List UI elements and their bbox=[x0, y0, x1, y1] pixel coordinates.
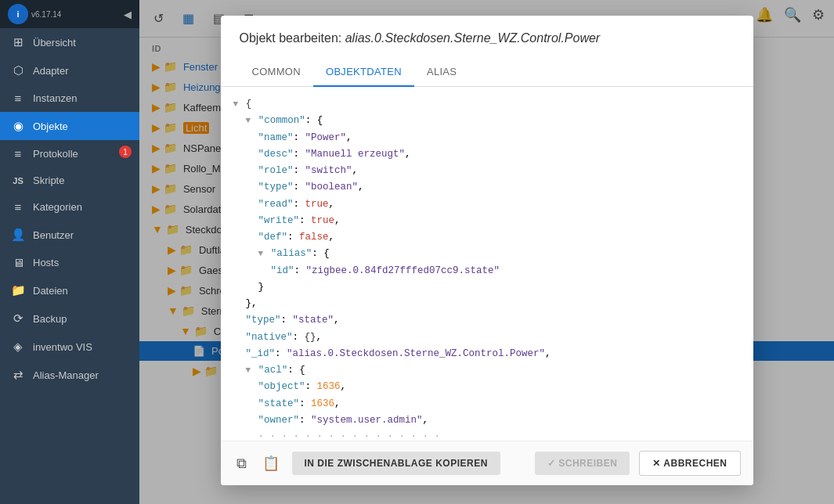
collapse-alias[interactable]: ▼ bbox=[258, 249, 264, 258]
json-acl-owner-line: "owner": "system.user.admin", bbox=[258, 412, 741, 429]
sidebar-label-adapter: Adapter bbox=[33, 65, 69, 77]
sidebar-label-uebersicht: Übersicht bbox=[33, 37, 76, 49]
sidebar-item-hosts[interactable]: 🖥 Hosts bbox=[0, 249, 139, 276]
copy-icon-button[interactable]: ⧉ bbox=[233, 452, 250, 475]
json-alias-id-line: "id": "zigbee.0.84fd27fffed07cc9.state" bbox=[271, 263, 741, 279]
json-viewer[interactable]: ▼ { ▼ "common": { "name": "Power", "desc… bbox=[221, 87, 753, 441]
json-alias-inner: "id": "zigbee.0.84fd27fffed07cc9.state" bbox=[271, 263, 741, 279]
sidebar-label-kategorien: Kategorien bbox=[33, 201, 82, 213]
json-native-line: "native": {}, bbox=[246, 329, 741, 346]
collapse-root[interactable]: ▼ bbox=[233, 99, 239, 109]
json-line-common: ▼ "common": { bbox=[246, 113, 741, 129]
benutzer-icon: 👤 bbox=[11, 228, 25, 242]
sidebar-label-inventwo: inventwo VIS bbox=[33, 341, 92, 353]
modal-title-prefix: Objekt bearbeiten: bbox=[240, 31, 342, 45]
json-common-close: }, bbox=[246, 296, 741, 312]
kategorien-icon: ≡ bbox=[11, 200, 25, 214]
hosts-icon: 🖥 bbox=[11, 256, 25, 269]
json-common-inner: "name": "Power", "desc": "Manuell erzeug… bbox=[258, 130, 741, 297]
json-def-line: "def": false, bbox=[258, 229, 741, 246]
json-name-line: "name": "Power", bbox=[258, 130, 741, 146]
sidebar: i v6.17.14 ◀ ⊞ Übersicht ⬡ Adapter ≡ Ins… bbox=[0, 0, 139, 504]
alias-icon: ⇄ bbox=[11, 368, 25, 382]
sidebar-label-alias: Alias-Manager bbox=[33, 369, 99, 381]
sidebar-label-backup: Backup bbox=[33, 313, 67, 325]
modal-overlay: Objekt bearbeiten: alias.0.Steckdosen.St… bbox=[139, 0, 834, 504]
dateien-icon: 📁 bbox=[11, 283, 25, 297]
sidebar-label-protokolle: Protokolle bbox=[33, 148, 78, 160]
adapter-icon: ⬡ bbox=[11, 63, 25, 77]
sidebar-label-dateien: Dateien bbox=[33, 285, 68, 297]
app-logo: i bbox=[8, 4, 28, 24]
sidebar-label-benutzer: Benutzer bbox=[33, 229, 74, 241]
sidebar-label-instanzen: Instanzen bbox=[33, 92, 77, 104]
json-underid-line: "_id": "alias.0.Steckdosen.Sterne_WZ.Con… bbox=[246, 346, 741, 362]
collapse-acl[interactable]: ▼ bbox=[246, 365, 251, 375]
sidebar-collapse-icon[interactable]: ◀ bbox=[124, 9, 132, 20]
sidebar-label-hosts: Hosts bbox=[33, 257, 59, 268]
sidebar-label-objekte: Objekte bbox=[33, 121, 68, 132]
json-common-block: ▼ "common": { "name": "Power", "desc": "… bbox=[246, 113, 741, 312]
json-acl-dots: · · · · · · · · · · · · · · · · bbox=[258, 429, 741, 441]
cancel-button[interactable]: ✕ ABBRECHEN bbox=[639, 451, 740, 476]
backup-icon: ⟳ bbox=[11, 311, 25, 326]
json-desc-line: "desc": "Manuell erzeugt", bbox=[258, 146, 741, 163]
app-version: v6.17.14 bbox=[31, 10, 124, 19]
sidebar-item-kategorien[interactable]: ≡ Kategorien bbox=[0, 193, 139, 221]
sidebar-item-skripte[interactable]: JS Skripte bbox=[0, 167, 139, 193]
objekte-icon: ◉ bbox=[11, 119, 25, 133]
protokolle-icon: ≡ bbox=[11, 147, 25, 160]
sidebar-item-uebersicht[interactable]: ⊞ Übersicht bbox=[0, 28, 139, 56]
sidebar-header: i v6.17.14 ◀ bbox=[0, 0, 139, 28]
json-role-line: "role": "switch", bbox=[258, 163, 741, 179]
sidebar-item-alias[interactable]: ⇄ Alias-Manager bbox=[0, 361, 139, 389]
tab-common[interactable]: COMMON bbox=[240, 58, 313, 87]
json-type2-line: "type": "state", bbox=[246, 312, 741, 329]
json-type-line: "type": "boolean", bbox=[258, 179, 741, 196]
grid-icon: ⊞ bbox=[11, 35, 25, 49]
json-read-line: "read": true, bbox=[258, 196, 741, 213]
modal-object-path: alias.0.Steckdosen.Sterne_WZ.Control.Pow… bbox=[345, 31, 600, 45]
json-acl-object-line: "object": 1636, bbox=[258, 379, 741, 395]
json-acl-block: ▼ "acl": { "object": 1636, "state": 1636… bbox=[246, 362, 741, 441]
sidebar-item-benutzer[interactable]: 👤 Benutzer bbox=[0, 221, 139, 249]
modal-dialog: Objekt bearbeiten: alias.0.Steckdosen.St… bbox=[221, 16, 753, 485]
instanzen-icon: ≡ bbox=[11, 92, 25, 105]
paste-icon-button[interactable]: 📋 bbox=[259, 452, 283, 475]
json-alias-line: ▼ "alias": { bbox=[258, 246, 741, 262]
tab-alias[interactable]: ALIAS bbox=[414, 58, 469, 87]
json-write-line: "write": true, bbox=[258, 213, 741, 229]
json-acl-state-line: "state": 1636, bbox=[258, 396, 741, 412]
modal-header: Objekt bearbeiten: alias.0.Steckdosen.St… bbox=[221, 16, 753, 45]
protokolle-badge: 1 bbox=[119, 146, 132, 158]
json-line-open: ▼ { bbox=[233, 96, 741, 113]
main-content: ↺ ▦ ▤ ⊞ ID ▶ 📁 Fenster ▶ 📁 Heizung ▶ 📁 K… bbox=[139, 0, 834, 504]
copy-clipboard-button[interactable]: IN DIE ZWISCHENABLAGE KOPIEREN bbox=[292, 452, 500, 475]
tab-objektdaten[interactable]: OBJEKTDATEN bbox=[313, 58, 414, 87]
sidebar-item-protokolle[interactable]: ≡ Protokolle 1 bbox=[0, 140, 139, 167]
modal-footer: ⧉ 📋 IN DIE ZWISCHENABLAGE KOPIEREN ✓ SCH… bbox=[221, 441, 753, 485]
inventwo-icon: ◈ bbox=[11, 340, 25, 354]
json-acl-inner: "object": 1636, "state": 1636, "owner": … bbox=[258, 379, 741, 441]
collapse-common[interactable]: ▼ bbox=[246, 116, 251, 125]
sidebar-item-inventwo[interactable]: ◈ inventwo VIS bbox=[0, 333, 139, 361]
sidebar-item-dateien[interactable]: 📁 Dateien bbox=[0, 276, 139, 304]
modal-tabs: COMMON OBJEKTDATEN ALIAS bbox=[221, 58, 753, 87]
sidebar-item-adapter[interactable]: ⬡ Adapter bbox=[0, 56, 139, 85]
skripte-icon: JS bbox=[11, 176, 25, 185]
write-button[interactable]: ✓ SCHREIBEN bbox=[535, 452, 630, 475]
sidebar-item-objekte[interactable]: ◉ Objekte bbox=[0, 112, 139, 140]
sidebar-item-backup[interactable]: ⟳ Backup bbox=[0, 304, 139, 333]
json-alias-close: } bbox=[258, 279, 741, 296]
json-acl-line: ▼ "acl": { bbox=[246, 362, 741, 379]
sidebar-label-skripte: Skripte bbox=[33, 175, 64, 186]
sidebar-item-instanzen[interactable]: ≡ Instanzen bbox=[0, 85, 139, 112]
